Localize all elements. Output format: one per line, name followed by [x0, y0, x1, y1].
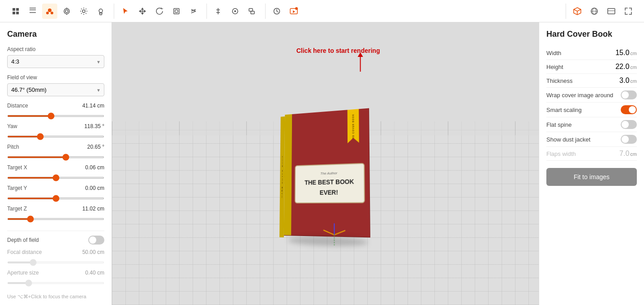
aspect-ratio-wrapper: 4:316:91:1 ▼ — [7, 55, 104, 68]
svg-point-22 — [234, 10, 236, 12]
camera-hint: Use ⌥⌘+Click to focus the camera — [7, 294, 104, 300]
align-btn[interactable] — [210, 4, 226, 19]
targetz-row: Target Z 11.02 cm — [7, 206, 104, 226]
book-title-line1: THE BEST BOOK — [305, 177, 354, 187]
svg-point-10 — [64, 9, 69, 14]
nodes-btn[interactable] — [186, 4, 201, 19]
radial-btn[interactable] — [228, 4, 243, 19]
settings-btn[interactable] — [76, 4, 91, 19]
svg-rect-24 — [251, 11, 254, 14]
scale-btn[interactable] — [169, 4, 184, 19]
render-arrowhead-icon — [358, 52, 363, 57]
aspect-ratio-label: Aspect ratio — [7, 46, 104, 52]
front-spine-strip — [283, 114, 292, 235]
flat-spine-label: Flat spine — [546, 121, 571, 128]
add-object-btn[interactable] — [8, 4, 23, 19]
aperture-row: Aperture size 0.40 cm — [7, 270, 104, 290]
render-btn[interactable] — [286, 4, 301, 19]
target-btn[interactable] — [59, 4, 74, 19]
targetz-value: 11.02 cm — [82, 206, 104, 212]
wrap-toggle[interactable] — [621, 90, 637, 99]
book-front-face: HARD COVER BOOK The Author THE BEST BOOK… — [283, 108, 370, 237]
time-btn[interactable] — [269, 4, 284, 19]
toolbar — [0, 0, 644, 22]
render-arrow-line — [360, 56, 361, 72]
svg-point-14 — [82, 10, 85, 13]
expand2-btn[interactable] — [621, 4, 636, 19]
right-panel: Hard Cover Book Width 15.0cm Height 22.0… — [539, 22, 644, 305]
targety-slider[interactable] — [7, 198, 104, 199]
yaw-slider[interactable] — [7, 136, 104, 137]
flat-spine-row: Flat spine — [546, 117, 637, 132]
toolbar-group-add — [4, 4, 112, 19]
svg-point-15 — [99, 9, 103, 13]
targety-label: Target Y — [7, 185, 27, 191]
flat-spine-toggle[interactable] — [621, 120, 637, 129]
pitch-slider[interactable] — [7, 156, 104, 158]
pitch-label: Pitch — [7, 144, 19, 150]
thickness-value: 3.0cm — [619, 77, 637, 85]
svg-rect-1 — [16, 8, 19, 11]
spine-text: HARD COVER BOOK — [281, 155, 283, 198]
flaps-width-value: 7.0cm — [619, 150, 637, 158]
thickness-label: Thickness — [546, 77, 573, 84]
dof-row: Depth of field — [7, 236, 104, 245]
move-btn[interactable] — [135, 4, 150, 19]
wrap-label: Wrap cover image around — [546, 92, 613, 99]
panel2-btn[interactable] — [604, 4, 619, 19]
yaw-row: Yaw 118.35 ° — [7, 123, 104, 144]
targety-row: Target Y 0.00 cm — [7, 185, 104, 206]
focal-row: Focal distance 50.00 cm — [7, 249, 104, 270]
toolbar-group-render — [265, 4, 305, 19]
targetx-row: Target X 0.06 cm — [7, 164, 104, 185]
wrap-toggle-row: Wrap cover image around — [546, 88, 637, 103]
fit-to-images-button[interactable]: Fit to images — [546, 168, 637, 186]
divider-1 — [7, 231, 104, 231]
toolbar-group-view2 — [566, 4, 640, 19]
targetz-label: Target Z — [7, 206, 27, 212]
light-btn[interactable] — [93, 4, 108, 19]
dof-label: Depth of field — [7, 237, 39, 243]
left-panel: Camera Aspect ratio 4:316:91:1 ▼ Field o… — [0, 22, 112, 305]
svg-rect-16 — [174, 9, 179, 14]
distance-slider[interactable] — [7, 115, 104, 117]
cube-btn[interactable] — [570, 4, 585, 19]
dust-jacket-toggle[interactable] — [621, 135, 637, 144]
main-content: Camera Aspect ratio 4:316:91:1 ▼ Field o… — [0, 22, 644, 305]
thickness-prop-row: Thickness 3.0cm — [546, 74, 637, 88]
svg-point-9 — [51, 12, 53, 14]
targetz-slider[interactable] — [7, 218, 104, 220]
svg-point-8 — [46, 12, 49, 14]
rotate-btn[interactable] — [152, 4, 167, 19]
flaps-width-row: Flaps width 7.0cm — [546, 147, 637, 161]
fov-label: Field of view — [7, 74, 104, 81]
dust-jacket-label: Show dust jacket — [546, 136, 590, 143]
smart-scaling-toggle[interactable] — [621, 105, 637, 114]
targetx-slider[interactable] — [7, 177, 104, 179]
aspect-ratio-select[interactable]: 4:316:91:1 — [7, 55, 104, 68]
pitch-row: Pitch 20.65 ° — [7, 144, 104, 164]
yaw-value: 118.35 ° — [84, 123, 104, 129]
svg-rect-29 — [608, 9, 615, 14]
toolbar-group-align — [206, 4, 263, 19]
viewport[interactable]: Click here to start rendering HARD COVER… — [112, 22, 539, 305]
dust-jacket-row: Show dust jacket — [546, 132, 637, 147]
select-btn[interactable] — [118, 4, 133, 19]
render-hint-container: Click here to start rendering — [296, 47, 380, 72]
svg-point-27 — [295, 7, 298, 10]
distance-label: Distance — [7, 103, 28, 109]
svg-rect-23 — [249, 9, 253, 11]
book-title-line2: EVER! — [319, 189, 338, 196]
bookmark-ribbon: HARD COVER BOOK — [347, 109, 359, 143]
models-btn[interactable] — [42, 4, 57, 19]
sphere-btn2[interactable] — [587, 4, 602, 19]
fov-select[interactable]: 46.7° (50mm)39.6° (60mm) — [7, 83, 104, 96]
height-value: 22.0cm — [615, 63, 637, 71]
paint-btn[interactable] — [245, 4, 260, 19]
smart-scaling-label: Smart scaling — [546, 107, 582, 113]
distance-value: 41.14 cm — [82, 103, 104, 109]
svg-point-7 — [48, 9, 52, 12]
dof-toggle[interactable] — [88, 236, 104, 245]
grid-btn[interactable] — [25, 4, 40, 19]
book-author: The Author — [320, 171, 337, 175]
